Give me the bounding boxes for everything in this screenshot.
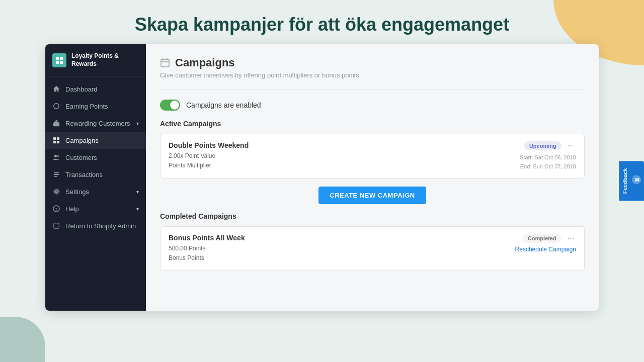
header-divider bbox=[160, 89, 585, 89]
toggle-label: Campaigns are enabled bbox=[186, 101, 261, 109]
campaign-start-date: Start: Sat Oct 06, 2018 bbox=[520, 153, 576, 162]
shopify-icon bbox=[52, 222, 60, 230]
svg-rect-19 bbox=[161, 59, 169, 67]
sidebar: Loyalty Points & Rewards Dashboard bbox=[45, 44, 146, 311]
chevron-down-icon: ▾ bbox=[136, 121, 139, 126]
badge-upcoming: Upcoming bbox=[524, 141, 561, 150]
sidebar-item-earning-points[interactable]: Earning Points bbox=[45, 98, 146, 115]
page-title: Campaigns bbox=[175, 56, 235, 69]
help-icon: ? bbox=[52, 205, 60, 213]
sidebar-header: Loyalty Points & Rewards bbox=[45, 44, 146, 76]
badge-completed: Completed bbox=[523, 234, 561, 243]
create-btn-row: CREATE NEW CAMPAIGN bbox=[160, 187, 585, 204]
feedback-label: Feedback bbox=[622, 168, 628, 194]
main-content: Campaigns Give customer incentives by of… bbox=[146, 44, 599, 311]
svg-rect-15 bbox=[54, 176, 57, 177]
deco-bottom-left bbox=[0, 317, 45, 362]
svg-rect-14 bbox=[54, 174, 59, 175]
svg-rect-9 bbox=[53, 141, 56, 143]
completed-campaign-more-button[interactable]: ··· bbox=[566, 234, 576, 242]
chevron-down-icon-settings: ▾ bbox=[136, 189, 139, 195]
home-icon bbox=[52, 85, 60, 93]
sidebar-logo bbox=[52, 53, 66, 67]
campaign-card-double-points: Double Points Weekend 2.00x Point Value … bbox=[160, 134, 585, 178]
campaign-dates: Start: Sat Oct 06, 2018 End: Sun Oct 07,… bbox=[520, 153, 576, 171]
create-new-campaign-button[interactable]: CREATE NEW CAMPAIGN bbox=[318, 187, 426, 204]
sidebar-item-campaigns[interactable]: Campaigns bbox=[45, 132, 146, 149]
svg-text:?: ? bbox=[55, 207, 58, 212]
campaigns-toggle-row: Campaigns are enabled bbox=[160, 100, 585, 111]
gear-icon bbox=[52, 188, 60, 196]
reschedule-campaign-link[interactable]: Reschedule Campaign bbox=[515, 246, 576, 253]
svg-rect-10 bbox=[57, 141, 59, 143]
feedback-tab[interactable]: Feedback ✉ bbox=[619, 161, 644, 201]
sidebar-item-customers[interactable]: Customers bbox=[45, 149, 146, 166]
calendar-icon bbox=[160, 58, 170, 68]
svg-rect-1 bbox=[60, 57, 63, 60]
sidebar-app-title: Loyalty Points & Rewards bbox=[71, 52, 139, 68]
completed-campaigns-section-title: Completed Campaigns bbox=[160, 212, 585, 220]
svg-rect-18 bbox=[54, 223, 59, 229]
sidebar-item-help[interactable]: ? Help ▾ bbox=[45, 200, 146, 217]
sidebar-item-return-shopify[interactable]: Return to Shopify Admin bbox=[45, 217, 146, 234]
svg-rect-3 bbox=[60, 61, 63, 64]
active-campaigns-section-title: Active Campaigns bbox=[160, 120, 585, 128]
svg-rect-5 bbox=[53, 123, 59, 126]
svg-rect-13 bbox=[54, 172, 59, 173]
svg-rect-6 bbox=[54, 122, 59, 124]
campaign-name: Double Points Weekend bbox=[169, 141, 520, 149]
campaign-info: Double Points Weekend 2.00x Point Value … bbox=[169, 141, 520, 170]
sidebar-item-rewarding-customers[interactable]: Rewarding Customers ▾ bbox=[45, 115, 146, 132]
page-subtitle: Give customer incentives by offering poi… bbox=[160, 71, 585, 79]
svg-rect-8 bbox=[57, 137, 59, 140]
campaign-info-completed: Bonus Points All Week 500.00 Points Bonu… bbox=[169, 234, 515, 263]
svg-rect-7 bbox=[53, 137, 56, 140]
chevron-down-icon-help: ▾ bbox=[136, 206, 139, 212]
campaign-top-right: Upcoming ··· bbox=[524, 141, 576, 150]
svg-rect-0 bbox=[56, 57, 59, 60]
svg-point-11 bbox=[54, 155, 57, 157]
feedback-icon: ✉ bbox=[632, 175, 641, 184]
circle-icon bbox=[52, 102, 60, 110]
sidebar-nav: Dashboard Earning Points bbox=[45, 76, 146, 311]
sidebar-item-transactions[interactable]: Transactions bbox=[45, 166, 146, 183]
grid-icon bbox=[52, 136, 60, 144]
svg-point-4 bbox=[54, 104, 59, 109]
users-icon bbox=[52, 153, 60, 161]
svg-point-12 bbox=[57, 155, 59, 157]
campaign-end-date: End: Sun Oct 07, 2018 bbox=[520, 162, 576, 171]
page-headline: Skapa kampanjer för att öka engagemanget bbox=[0, 0, 644, 44]
app-window: Loyalty Points & Rewards Dashboard bbox=[45, 44, 599, 311]
campaign-detail-line2: Points Multiplier bbox=[169, 161, 520, 170]
completed-campaign-detail1: 500.00 Points bbox=[169, 244, 515, 253]
completed-campaign-name: Bonus Points All Week bbox=[169, 234, 515, 242]
sidebar-item-dashboard[interactable]: Dashboard bbox=[45, 80, 146, 98]
campaigns-page-header: Campaigns bbox=[160, 56, 585, 69]
campaigns-toggle[interactable] bbox=[160, 100, 180, 111]
svg-rect-2 bbox=[56, 61, 59, 64]
campaign-more-button[interactable]: ··· bbox=[566, 142, 576, 150]
completed-campaign-right: Completed ··· Reschedule Campaign bbox=[515, 234, 576, 253]
completed-top-right: Completed ··· bbox=[523, 234, 576, 243]
campaign-card-bonus-points: Bonus Points All Week 500.00 Points Bonu… bbox=[160, 226, 585, 270]
list-icon bbox=[52, 170, 60, 178]
completed-campaign-detail2: Bonus Points bbox=[169, 253, 515, 263]
gift-icon bbox=[52, 119, 60, 127]
campaign-right: Upcoming ··· Start: Sat Oct 06, 2018 End… bbox=[520, 141, 576, 171]
sidebar-item-settings[interactable]: Settings ▾ bbox=[45, 183, 146, 200]
campaign-detail-line1: 2.00x Point Value bbox=[169, 151, 520, 161]
